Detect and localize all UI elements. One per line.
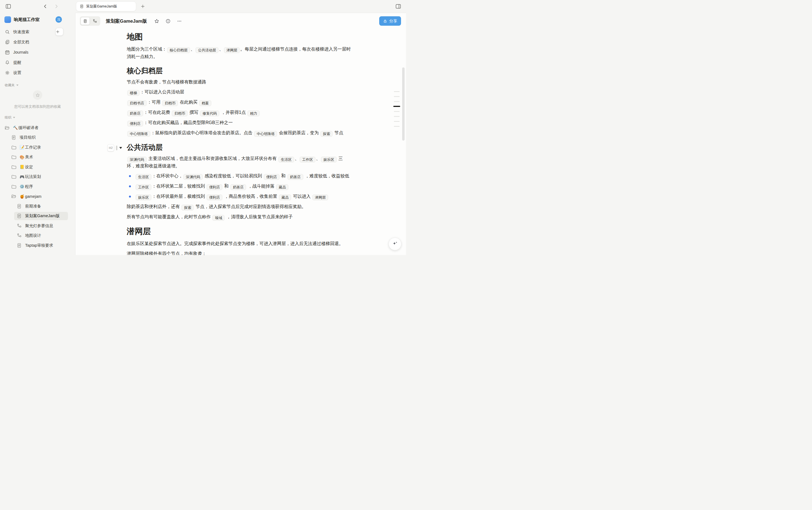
sidebar-item-project-org[interactable]: 项目组织: [8, 134, 68, 142]
org-header[interactable]: 组织: [5, 115, 75, 120]
outline-minimap-line[interactable]: [394, 116, 400, 117]
inline-tag[interactable]: 中心明珠塔: [127, 131, 150, 137]
inline-tag[interactable]: 藏品: [276, 184, 288, 190]
inline-tag[interactable]: 奶茶店: [288, 174, 303, 180]
outline-minimap-line[interactable]: [394, 111, 400, 112]
inline-tag[interactable]: 楼梯: [127, 90, 140, 96]
inline-tag[interactable]: 深渊代码: [183, 174, 203, 180]
text-segment: ，商品售价较高，收集前置: [223, 194, 279, 199]
outline-minimap-line[interactable]: [394, 126, 400, 127]
right-panel-toggle-icon[interactable]: [395, 3, 402, 10]
share-button[interactable]: 分享: [379, 16, 401, 26]
active-tab[interactable]: 策划案GameJam版: [76, 1, 136, 11]
heading-text: 核心归档层: [127, 66, 163, 75]
sidebar-item-program[interactable]: ⚙️程序: [8, 182, 68, 191]
sidebar-item-settings[interactable]: 设置: [3, 68, 72, 77]
inline-tag[interactable]: 便利店: [207, 195, 222, 200]
sidebar-item-journals[interactable]: Journals: [3, 48, 72, 56]
inline-tag[interactable]: 探索: [181, 205, 194, 210]
paragraph: 奶茶店：可在此花费 归档币 撰写 修复代码 ，并获得1点 精力: [127, 109, 351, 116]
paragraph: 地图分为三个区域：核心归档层、公共活动层、潜网层。每层之间通过楼梯节点连接，每次…: [127, 46, 351, 60]
inline-tag[interactable]: 藏品: [279, 195, 291, 200]
inline-tag[interactable]: 便利店: [207, 184, 222, 190]
folder-icon: [11, 174, 16, 179]
doc-header: 策划案GameJam版 分享: [76, 13, 406, 29]
inline-tag[interactable]: 便利店: [127, 121, 143, 126]
inline-tag[interactable]: 生活区: [136, 174, 151, 180]
sidebar-item-art[interactable]: 🎨美术: [8, 153, 68, 161]
inline-tag[interactable]: 归档币: [162, 100, 178, 106]
sidebar-item-reminders[interactable]: 提醒: [3, 58, 72, 66]
sidebar-item-quick-search[interactable]: 快速搜索: [3, 28, 72, 36]
new-tab-button[interactable]: [140, 3, 146, 10]
outline-minimap-line[interactable]: [393, 106, 400, 107]
inline-tag[interactable]: 娱乐区: [136, 195, 151, 200]
inline-tag[interactable]: 核心归档层: [167, 47, 190, 53]
text-segment: 潜网层除楼梯外有四个节点，均有敌袭：: [127, 251, 206, 255]
outline-minimap-line[interactable]: [394, 91, 400, 92]
inline-tag[interactable]: 归档币: [172, 111, 187, 116]
favorite-star-icon[interactable]: [154, 19, 160, 24]
outline-minimap-line[interactable]: [394, 96, 400, 97]
doc-scroll-area[interactable]: 地图地图分为三个区域：核心归档层、公共活动层、潜网层。每层之间通过楼梯节点连接，…: [76, 29, 406, 255]
heading-text: 潜网层: [127, 227, 151, 236]
outline-minimap[interactable]: [393, 91, 401, 127]
folder-open-icon: [11, 194, 16, 199]
inline-tag[interactable]: 中心明珠塔: [254, 131, 277, 137]
inline-tag[interactable]: 工作区: [300, 157, 315, 163]
inline-tag[interactable]: 探索: [320, 131, 332, 137]
doc-view-button[interactable]: [81, 17, 90, 25]
inline-tag[interactable]: 潜网层: [312, 195, 328, 200]
inline-tag[interactable]: 档案: [199, 100, 211, 106]
sidebar-item-gameplay-design[interactable]: 🎮玩法策划: [8, 173, 68, 181]
heading-1: 地图: [127, 31, 351, 42]
favorites-header[interactable]: 收藏夹: [5, 83, 75, 88]
sidebar-item-loop-decoder[interactable]: 🔨循环破译者: [2, 123, 68, 132]
tree-item-label: Taptap审核要求: [25, 243, 53, 248]
sidebar-item-spotlight-info[interactable]: 聚光灯参赛信息: [14, 222, 68, 230]
inline-tag[interactable]: 便利店: [264, 174, 280, 180]
forward-button[interactable]: [53, 3, 60, 10]
collapse-toggle-icon[interactable]: [119, 147, 122, 149]
sidebar-item-work-log[interactable]: 📝工作记录: [8, 143, 68, 151]
drag-handle[interactable]: [116, 146, 117, 150]
left-sidebar-toggle-icon[interactable]: [5, 3, 11, 10]
avatar[interactable]: 沈: [56, 16, 62, 23]
sidebar-item-map-design[interactable]: 地图设计: [14, 231, 68, 240]
bullet-list-item: 工作区：在环状第二层，较难找到 便利店 和 奶茶店 ，战斗能掉落 藏品: [127, 182, 351, 190]
inline-tag[interactable]: 生活区: [279, 157, 294, 163]
inline-tag[interactable]: 公共活动层: [196, 47, 219, 53]
tree-item-label: gamejam: [25, 194, 41, 199]
inline-tag[interactable]: 深渊代码: [127, 157, 147, 163]
sidebar-item-label: Journals: [13, 50, 28, 54]
sidebar-item-taptap-review[interactable]: Taptap审核要求: [14, 241, 68, 250]
inline-tag[interactable]: 奶茶店: [230, 184, 246, 190]
graph-view-button[interactable]: [90, 17, 99, 25]
sidebar-item-early-prep[interactable]: 前期准备: [14, 202, 68, 210]
inline-tag[interactable]: 奶茶店: [127, 111, 143, 116]
workspace-switcher[interactable]: 响尾猫工作室 沈: [4, 16, 71, 24]
sidebar-item-gamejam[interactable]: 🍯gamejam: [8, 192, 68, 201]
sidebar-item-all-docs[interactable]: 全部文档: [3, 38, 72, 46]
scrollbar-thumb[interactable]: [402, 67, 405, 141]
sidebar-item-setting[interactable]: 📒设定: [8, 163, 68, 171]
back-button[interactable]: [42, 3, 49, 10]
inline-tag[interactable]: 娱乐区: [321, 157, 337, 163]
sidebar-item-plan-gamejam[interactable]: 策划案GameJam版: [14, 212, 68, 220]
heading-level-badge: H2: [108, 144, 114, 151]
inline-tag[interactable]: 噪域: [212, 215, 225, 221]
inline-tag[interactable]: 修复代码: [200, 111, 219, 116]
inline-tag[interactable]: 潜网层: [224, 47, 240, 53]
more-options-icon[interactable]: [177, 19, 182, 24]
text-segment: 撰写: [188, 110, 199, 115]
outline-minimap-line[interactable]: [394, 121, 400, 122]
search-icon: [4, 29, 10, 34]
inline-tag[interactable]: 归档书店: [127, 100, 147, 106]
inline-tag[interactable]: 工作区: [136, 184, 151, 190]
paragraph: 深渊代码 主要活动区域，也是主要战斗和资源收集区域，大致呈环状分布有 生活区、工…: [127, 155, 351, 170]
new-doc-button[interactable]: [56, 28, 63, 36]
inline-tag[interactable]: 精力: [248, 111, 260, 116]
info-icon[interactable]: [166, 19, 171, 24]
outline-minimap-line[interactable]: [394, 101, 400, 102]
ai-assistant-button[interactable]: [388, 237, 401, 250]
